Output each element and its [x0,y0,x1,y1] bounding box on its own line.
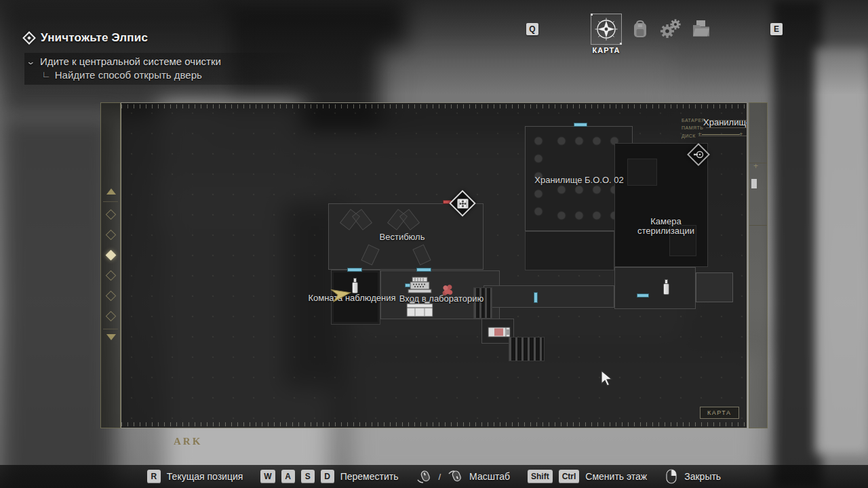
map-viewport[interactable]: Вестибюль Комната наблюдения Вход в лабо… [121,102,747,428]
compass-icon [594,17,618,41]
label-sterilization-2: стерилизации [637,226,694,236]
control-change-floor: Shift Ctrl Сменить этаж [528,470,647,483]
control-move: W A S D Переместить [260,470,398,483]
objective-title: Уничтожьте Элпис [41,31,148,45]
hud-slider-minus[interactable]: + [698,131,701,138]
room-far-east [696,272,733,302]
key-s: S [301,470,315,483]
map-legend-button[interactable]: КАРТА [700,407,739,419]
controls-bar: R Текущая позиция W A S D Переместить / … [0,465,868,488]
objective-steps: ⌄ Идите к центральной системе очистки ∟ … [24,53,309,85]
control-current-position: R Текущая позиция [147,470,243,483]
ruler-top [121,104,747,108]
mouse-scroll-down-icon [447,468,463,485]
gears-icon[interactable] [658,18,682,40]
door-cyan [574,123,587,127]
key-ctrl: Ctrl [559,470,580,483]
key-d: D [321,470,334,483]
tab-next-key: E [770,23,783,35]
key-shift: Shift [528,470,553,483]
floor-marker[interactable] [106,209,117,220]
scroll-thumb[interactable] [751,179,757,188]
save-typewriter-icon [408,277,432,294]
objective-panel: Уничтожьте Элпис ⌄ Идите к центральной с… [24,31,309,85]
key-a: A [281,470,295,483]
hud-location: Хранилище [703,117,747,127]
files-icon[interactable] [690,18,712,39]
floor-up-icon[interactable] [106,188,116,195]
control-zoom: / Масштаб [416,468,510,485]
floor-selector[interactable] [100,102,121,428]
key-w: W [260,470,275,483]
elbow-icon: ∟ [42,69,51,81]
item-box-icon [406,301,433,317]
tab-map[interactable] [591,14,622,45]
label-vestibule: Вестибюль [380,232,425,242]
map-panel: Вестибюль Комната наблюдения Вход в лабо… [100,102,768,428]
floor-marker[interactable] [106,270,117,281]
objective-diamond-icon [22,31,36,45]
floor-down-icon[interactable] [106,334,116,340]
door-cyan [534,292,538,303]
floor-marker-current[interactable] [106,250,117,261]
map-scroll-strip[interactable]: + [749,102,768,428]
divider [103,329,118,329]
room-southeast [614,267,696,309]
door-cyan [416,268,431,272]
tab-prev-key: Q [526,23,538,35]
objective-step: Идите к центральной системе очистки [40,56,221,67]
divider [749,225,767,226]
backpack-icon[interactable] [630,18,650,41]
corridor-east [484,285,614,308]
mouse-right-click-icon [665,468,678,485]
label-sterilization-1: Камера [650,216,681,226]
hud-slider[interactable] [702,134,740,135]
bench [412,244,431,265]
item-bottle-icon [663,279,669,295]
mouse-cursor [601,370,613,388]
player-arrow-icon [330,285,353,304]
door-cyan [347,268,362,272]
enemy-plant-icon [441,283,453,296]
divider [103,201,118,202]
control-close: Закрыть [665,468,721,485]
floor-marker[interactable] [106,230,117,241]
room-detail [627,159,657,186]
plus-mark: + [753,161,758,171]
tab-map-label: КАРТА [591,46,622,54]
bed-icon [488,327,511,338]
ruler-bottom [121,422,747,426]
objective-substep: Найдите способ открыть дверь [55,69,202,81]
mouse-scroll-up-icon [416,468,432,485]
hud-slider-plus[interactable]: + [739,131,743,138]
stairs-down [509,337,545,361]
bench [361,244,379,265]
label-storage: Хранилище Б.О.О. 02 [534,175,623,185]
map-watermark: ARK [174,436,202,447]
item-bottle-icon [352,278,358,293]
floor-marker[interactable] [106,291,117,302]
floor-marker[interactable] [106,311,117,322]
door-cyan [637,293,649,298]
key-r: R [147,470,161,483]
chevron-down-icon: ⌄ [26,56,35,66]
corridor-storage-south [525,231,614,270]
